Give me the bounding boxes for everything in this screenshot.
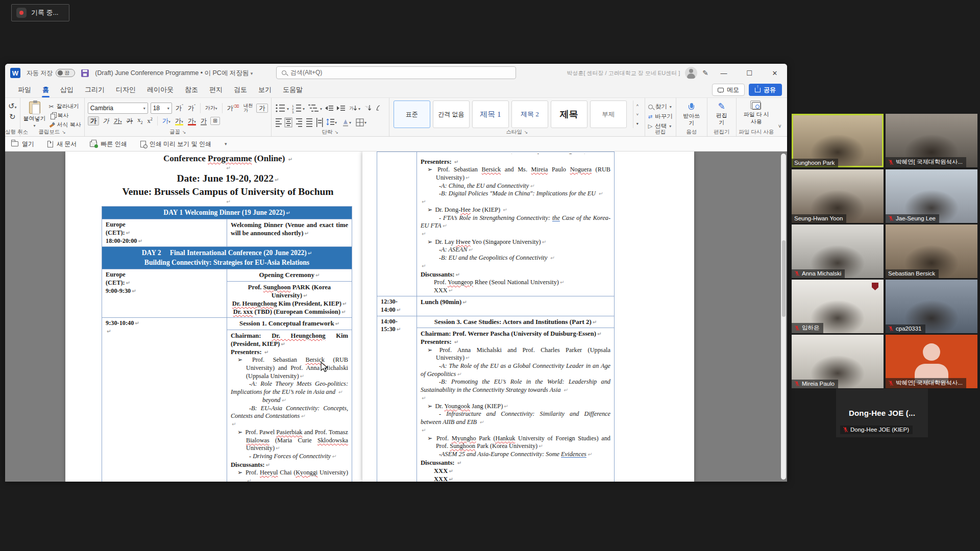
participant-tile-0[interactable]: Sunghoon Park (792, 114, 884, 167)
style-gallery-scroll[interactable]: ˄˅▾ (633, 101, 642, 128)
search-input[interactable]: 검색(Alt+Q) (276, 66, 516, 79)
comments-button[interactable]: 메모 (712, 84, 745, 96)
format-painter-button[interactable]: 서식 복사 (49, 121, 81, 129)
document-title[interactable]: (Draft) June Conference Programme • 이 PC… (95, 69, 253, 78)
italic-button[interactable]: 가 (102, 117, 110, 126)
participant-tile-1[interactable]: 박혜연[ 국제대학원석사... (886, 114, 977, 167)
underline-button[interactable]: 가▾ (113, 117, 123, 126)
bold-button[interactable]: 가 (88, 116, 100, 126)
autosave-control[interactable]: 자동 저장 끔 (27, 69, 75, 78)
find-button[interactable]: 찾기▾ (648, 103, 673, 111)
change-case-icon[interactable]: 가가▾ (204, 105, 218, 112)
clear-formatting-icon[interactable]: 가⌫ (226, 104, 240, 113)
participant-name-chip: Seung-Hwan Yoon (792, 214, 846, 223)
autosave-toggle[interactable]: 끔 (56, 69, 75, 77)
grow-font-icon[interactable]: 가ˆ (175, 104, 184, 113)
cut-button[interactable]: ✂잘라내기 (49, 103, 81, 110)
menu-tab-9[interactable]: 보기 (253, 83, 277, 97)
open-folder-icon (11, 141, 18, 146)
participant-tile-4[interactable]: Anna Michalski (792, 224, 884, 278)
style-card-5[interactable]: 부제 (590, 101, 627, 128)
qat-overflow-icon[interactable]: ▾ (225, 141, 227, 146)
menu-tab-10[interactable]: 도움말 (277, 83, 308, 97)
minimize-button[interactable]: — (714, 64, 734, 82)
enclose-character-icon[interactable]: 가 (256, 104, 268, 113)
participant-tile-7[interactable]: cpa20331 (886, 280, 977, 333)
font-name-select[interactable]: Cambria▾ (88, 103, 148, 114)
paragraph-mark-icon: ↵ (247, 478, 251, 482)
qat-item-2[interactable]: 빠른 인쇄 (90, 140, 127, 148)
undo-icon[interactable]: ↺▾ (8, 102, 17, 110)
menu-tab-7[interactable]: 편지 (204, 83, 228, 97)
paragraph-icons-row2[interactable]: ▾ ▾ ▾ (275, 117, 386, 128)
comment-icon (718, 88, 724, 92)
participant-tile-5[interactable]: Sebastian Bersick (886, 224, 977, 278)
superscript-button[interactable]: x2 (146, 116, 153, 126)
menu-tab-1[interactable]: 홈 (37, 83, 55, 97)
qat-item-1[interactable]: 새 문서 (47, 140, 77, 148)
paragraph-icons-row1[interactable]: ▾ 1.2.3. ▾ ▾ 가 ▾ ㄱㄴ (275, 103, 386, 114)
subscript-button[interactable]: x2 (136, 116, 143, 126)
account-name[interactable]: 박성훈[ 센터장 / 고려대학교 장 모네 EU센터 ] (567, 69, 680, 77)
save-icon[interactable] (81, 69, 89, 77)
menu-tab-8[interactable]: 검토 (228, 83, 253, 97)
style-card-2[interactable]: 제목 1 (472, 101, 509, 128)
maximize-button[interactable]: ☐ (739, 64, 760, 82)
collapse-ribbon-icon[interactable]: ˅ (776, 98, 786, 136)
phonetic-guide-icon[interactable]: 내천가 (242, 103, 254, 114)
font-size-select[interactable]: 18▾ (151, 103, 172, 114)
dictate-button[interactable]: 받아쓰기 (679, 101, 704, 128)
shading-button[interactable]: 가 (200, 117, 208, 126)
shrink-font-icon[interactable]: 가ˇ (187, 104, 197, 113)
participant-name: Sunghoon Park (794, 160, 835, 166)
close-button[interactable]: ✕ (765, 64, 785, 82)
style-card-3[interactable]: 제목 2 (511, 101, 548, 128)
participant-tile-6[interactable]: 임하은 (792, 280, 884, 333)
svg-text:▾: ▾ (303, 107, 305, 111)
participant-display-name: Dong-Hee JOE (... (849, 409, 915, 417)
reuse-files-button[interactable]: 파일 다 시 사용 (740, 101, 773, 128)
copy-button[interactable]: 복사 (49, 112, 81, 119)
vertical-scrollbar[interactable] (781, 154, 786, 480)
participant-tile-9[interactable]: 박혜연[ 국제대학원석사... (886, 335, 977, 388)
scrollbar-thumb[interactable] (782, 240, 786, 317)
svg-text:ㄴ: ㄴ (368, 106, 371, 109)
text-effects-icon[interactable]: 가▾ (161, 117, 172, 126)
qat-item-3[interactable]: 인쇄 미리 보기 및 인쇄 (140, 140, 211, 148)
paragraph-mark-icon: ↵ (465, 355, 470, 361)
menu-tab-5[interactable]: 레이아웃 (141, 83, 179, 97)
document-page-1[interactable]: Conference Programme (Online) ↵↵Date: Ju… (65, 152, 390, 482)
replace-button[interactable]: ⇄바꾸기 (648, 113, 673, 120)
paragraph-mark-icon: ↵ (276, 445, 280, 451)
document-page-2[interactable]: Chairwoman: Prof. Julie Gilson (Universi… (362, 152, 694, 482)
menu-tab-2[interactable]: 삽입 (55, 83, 79, 97)
menu-tab-0[interactable]: 파일 (12, 83, 37, 97)
pen-mode-icon[interactable]: ✎ (702, 69, 708, 77)
avatar[interactable] (685, 67, 697, 79)
share-button[interactable]: 공유 (749, 84, 782, 96)
menu-tab-3[interactable]: 그리기 (79, 83, 110, 97)
style-card-4[interactable]: 제목 (551, 101, 587, 128)
participant-tile-2[interactable]: Seung-Hwan Yoon (792, 169, 884, 223)
font-color-button[interactable]: 가▾ (187, 117, 197, 126)
menu-tab-6[interactable]: 참조 (179, 83, 204, 97)
word-titlebar: W 자동 저장 끔 (Draft) June Conference Progra… (5, 64, 787, 82)
gallery-more-icon: ▾ (633, 119, 642, 128)
style-card-1[interactable]: 간격 없음 (433, 101, 470, 128)
paragraph-mark-icon: ↵ (315, 272, 320, 278)
editor-button[interactable]: ✎ 편집기 (710, 101, 733, 128)
qat-item-0[interactable]: 열기 (11, 140, 34, 148)
character-border-icon[interactable]: ⊞ (210, 117, 219, 125)
ribbon-group-editing: 찾기▾ ⇄바꾸기 ▷선택▾ 편집 (645, 98, 676, 136)
menu-tab-4[interactable]: 디자인 (110, 83, 141, 97)
style-card-0[interactable]: 표준 (394, 101, 430, 128)
document-canvas: Conference Programme (Online) ↵↵Date: Ju… (5, 152, 787, 482)
strikethrough-button[interactable]: 가 (126, 117, 134, 126)
redo-icon[interactable]: ↻ (9, 113, 16, 120)
participant-tile-dong-hee-joe[interactable]: Dong-Hee JOE (...Dong-Hee JOE (KIEP) (836, 389, 928, 437)
participant-name: cpa20331 (896, 325, 922, 332)
participant-tile-8[interactable]: Mireia Paulo (792, 335, 884, 388)
paste-button[interactable]: 붙여넣기 ▾ (23, 101, 46, 128)
highlight-color-button[interactable]: 가▾ (174, 117, 184, 126)
participant-tile-3[interactable]: Jae-Seung Lee (886, 169, 977, 223)
